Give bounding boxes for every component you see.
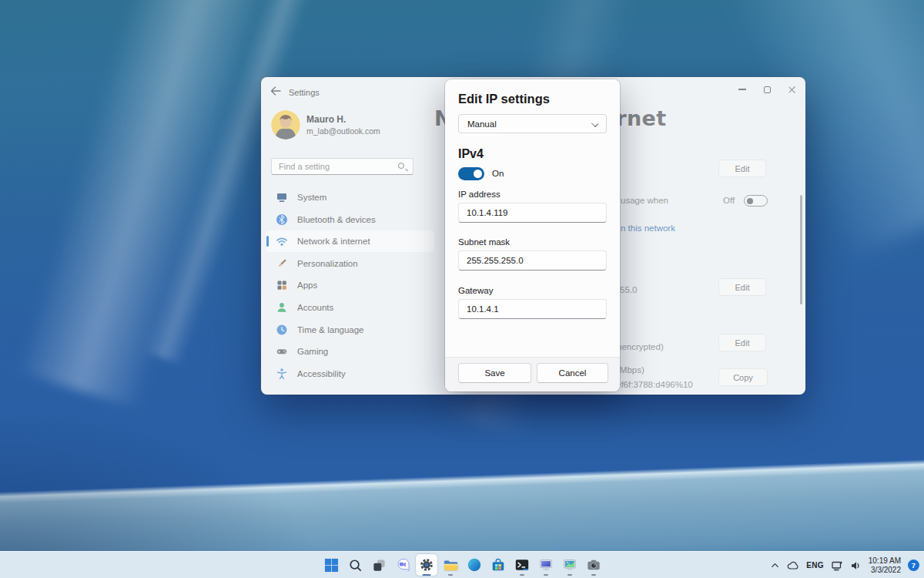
settings-search (271, 158, 413, 175)
sidebar-item-time-language[interactable]: Time & language (266, 319, 434, 341)
file-explorer-button[interactable] (440, 554, 461, 576)
chevron-up-icon (770, 560, 780, 570)
network-link-fragment[interactable]: n this network (621, 223, 675, 233)
cancel-button[interactable]: Cancel (537, 363, 608, 383)
gateway-input[interactable] (458, 299, 607, 319)
tray-chevron-up-button[interactable] (770, 560, 780, 570)
edge-button[interactable] (464, 554, 485, 576)
profile-email: m_lab@outlook.com (306, 126, 380, 136)
personalization-icon (276, 257, 288, 270)
metered-connection-text-fragment: usage when (621, 196, 668, 205)
bluetooth-icon (276, 213, 288, 226)
language-indicator[interactable]: ENG (806, 561, 824, 570)
store-icon (490, 557, 506, 573)
running-indicator (591, 574, 596, 576)
subnet-value-fragment: 55.0 (620, 285, 637, 294)
sidebar-item-apps[interactable]: Apps (266, 274, 434, 296)
running-indicator (520, 574, 524, 576)
volume-tray-button[interactable] (850, 560, 862, 571)
task-view-icon (372, 558, 387, 573)
camera-icon (586, 557, 601, 573)
save-button[interactable]: Save (458, 363, 531, 383)
scrollbar[interactable] (800, 195, 802, 304)
sidebar-item-system[interactable]: System (266, 187, 434, 208)
edit-button-properties[interactable]: Edit (718, 334, 766, 351)
sidebar-item-label: Gaming (297, 347, 328, 356)
profile-name: Mauro H. (306, 114, 380, 125)
ipv4-heading: IPv4 (458, 147, 484, 161)
notification-badge[interactable]: 7 (908, 560, 919, 571)
edit-ip-settings-dialog: Edit IP settings Manual IPv4 On IP addre… (445, 79, 620, 391)
ip-address-input[interactable] (458, 203, 607, 223)
time-language-icon (276, 324, 288, 336)
toggle-knob (474, 170, 482, 178)
encryption-text-fragment: nencrypted) (617, 342, 664, 351)
edit-button-ip-assignment[interactable]: Edit (718, 160, 766, 177)
sidebar-item-accessibility[interactable]: Accessibility (266, 363, 434, 385)
edge-icon (467, 557, 482, 573)
search-icon (348, 558, 363, 573)
maximize-button[interactable] (755, 80, 779, 99)
sidebar-item-accounts[interactable]: Accounts (266, 297, 434, 318)
sidebar-item-network-internet[interactable]: Network & internet (266, 230, 434, 252)
copy-button[interactable]: Copy (718, 368, 768, 386)
ipv6-address-fragment: ef6f:3788:d496%10 (616, 380, 693, 389)
running-indicator (423, 574, 431, 576)
chevron-down-icon (591, 120, 598, 127)
window-title: Settings (289, 88, 320, 97)
toggle-knob (747, 198, 753, 204)
desktop: Settings Mauro H. m_la (0, 0, 924, 578)
search-icon (397, 162, 407, 172)
user-profile[interactable]: Mauro H. m_lab@outlook.com (271, 110, 380, 139)
microsoft-store-button[interactable] (487, 554, 509, 576)
ip-assignment-dropdown[interactable]: Manual (458, 114, 607, 133)
search-taskbar-button[interactable] (344, 554, 366, 576)
media-app-button[interactable] (559, 554, 581, 576)
sidebar-item-label: Accessibility (297, 369, 346, 378)
running-indicator (448, 574, 453, 576)
system-tray: ENG 10:19 AM 3/3/2022 7 (770, 552, 919, 578)
pc-app-button[interactable] (535, 554, 557, 576)
sidebar-nav: System Bluetooth & devices Network & int… (266, 187, 434, 385)
dropdown-selected-value: Manual (459, 119, 497, 129)
settings-taskbar-button[interactable] (416, 554, 437, 576)
terminal-button[interactable] (511, 554, 533, 576)
metered-connection-toggle[interactable] (744, 195, 768, 207)
gaming-icon (276, 345, 288, 358)
sidebar-item-personalization[interactable]: Personalization (266, 253, 434, 274)
sidebar-item-label: Time & language (297, 325, 364, 334)
edit-button-dns[interactable]: Edit (718, 278, 766, 296)
subnet-mask-input[interactable] (458, 250, 607, 271)
task-view-button[interactable] (368, 554, 390, 576)
onedrive-tray-button[interactable] (787, 560, 799, 570)
camera-app-button[interactable] (583, 554, 604, 576)
minimize-button[interactable] (730, 80, 755, 99)
accessibility-icon (276, 368, 288, 380)
ipv4-toggle[interactable] (458, 167, 484, 180)
back-arrow-icon (270, 86, 281, 96)
close-icon (788, 86, 796, 94)
ethernet-icon (831, 560, 843, 571)
pc-app-icon (538, 557, 554, 573)
network-tray-button[interactable] (831, 560, 843, 571)
avatar (271, 110, 300, 139)
dialog-title: Edit IP settings (458, 92, 550, 106)
sidebar-item-bluetooth-devices[interactable]: Bluetooth & devices (266, 209, 434, 230)
clock[interactable]: 10:19 AM 3/3/2022 (869, 556, 901, 575)
close-button[interactable] (779, 80, 804, 99)
back-button[interactable] (267, 83, 284, 99)
search-input[interactable] (272, 159, 413, 174)
windows-logo-icon (324, 558, 339, 573)
sidebar-item-label: Apps (297, 281, 317, 290)
cloud-icon (787, 560, 799, 570)
sidebar-item-label: System (297, 193, 326, 202)
sidebar-item-gaming[interactable]: Gaming (266, 341, 434, 362)
sidebar-item-label: Network & internet (297, 237, 370, 246)
link-speed-fragment: (Mbps) (617, 365, 644, 375)
media-app-icon (562, 557, 578, 573)
gateway-label: Gateway (458, 286, 493, 295)
running-indicator (544, 574, 548, 576)
start-button[interactable] (320, 554, 342, 576)
chat-button[interactable] (392, 554, 413, 576)
terminal-icon (514, 557, 530, 573)
